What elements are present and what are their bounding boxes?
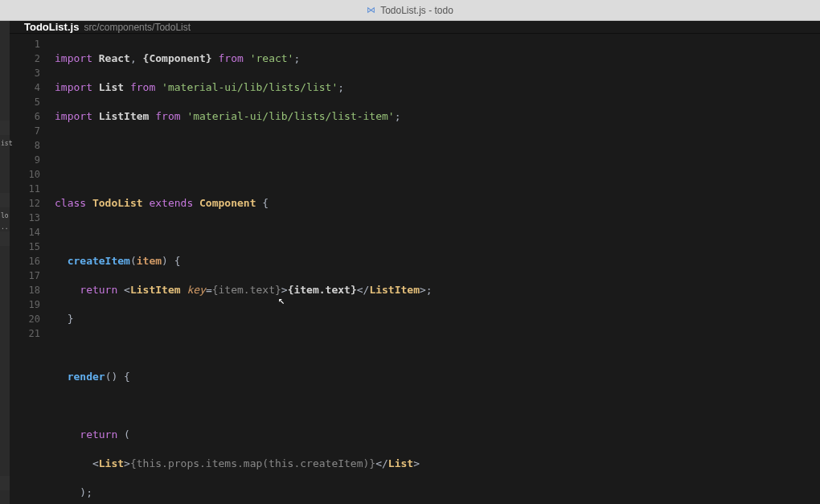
line-number: 8 <box>10 138 40 153</box>
line-number: 4 <box>10 80 40 95</box>
line-number: 16 <box>10 254 40 268</box>
punct: ( <box>130 255 137 267</box>
kw-return: return <box>80 428 117 440</box>
activity-stub[interactable] <box>0 193 10 207</box>
ident: {Component} <box>143 52 212 64</box>
ident: List <box>92 81 124 93</box>
string: 'react' <box>250 52 294 64</box>
punct: } <box>55 313 73 325</box>
line-number: 7 <box>10 124 40 138</box>
jsx-tag: ListItem <box>369 284 420 296</box>
editor-body: ist lo .. TodoList.js src/components/Tod… <box>0 21 820 504</box>
line-number: 10 <box>10 167 40 182</box>
line-number: 21 <box>10 326 40 341</box>
punct: > <box>281 284 288 296</box>
line-number-gutter: 123456789101112131415161718192021 <box>10 34 55 504</box>
editor-area: TodoList.js src/components/TodoList 1234… <box>10 21 820 504</box>
punct: ( <box>117 428 130 440</box>
jsx-attr: key <box>181 284 206 296</box>
punct: < <box>55 457 99 469</box>
punct: ); <box>55 486 92 498</box>
line-number: 3 <box>10 66 40 80</box>
classname: Component <box>193 197 256 209</box>
kw-from: from <box>149 110 187 122</box>
line-number: 17 <box>10 268 40 283</box>
kw-class: class <box>55 197 86 209</box>
activity-label: ist <box>0 140 12 147</box>
line-number: 9 <box>10 153 40 167</box>
punct: ; <box>338 81 344 93</box>
classname: TodoList <box>86 197 142 209</box>
indent <box>55 428 80 440</box>
kw-from: from <box>212 52 250 64</box>
param: item <box>137 255 162 267</box>
tab-bar[interactable]: TodoList.js src/components/TodoList <box>10 21 820 34</box>
string: 'material-ui/lib/lists/list-item' <box>187 110 394 122</box>
line-number: 15 <box>10 240 40 254</box>
activity-stub[interactable] <box>0 232 10 246</box>
punct: { <box>168 255 181 267</box>
punct: < <box>117 284 130 296</box>
punct: { <box>117 371 130 383</box>
punct: > <box>124 457 130 469</box>
kw-import: import <box>55 52 92 64</box>
ident: ListItem <box>92 110 149 122</box>
window-title: TodoList.js - todo <box>380 5 453 16</box>
line-number: 5 <box>10 95 40 109</box>
activity-label: .. <box>0 223 9 231</box>
punct: = <box>206 284 212 296</box>
line-number: 6 <box>10 109 40 124</box>
line-number: 11 <box>10 182 40 196</box>
punct: ; <box>293 52 300 64</box>
indent <box>55 255 68 267</box>
method: createItem <box>68 255 130 267</box>
jsx-expr: {this.props.items.map(this.createItem)} <box>130 457 375 469</box>
line-number: 19 <box>10 297 40 312</box>
activity-bar[interactable]: ist lo .. <box>0 21 10 504</box>
activity-stub[interactable] <box>0 121 10 135</box>
activity-stub[interactable] <box>0 476 10 490</box>
line-number: 13 <box>10 211 40 225</box>
line-number: 14 <box>10 225 40 240</box>
punct: </ <box>375 457 388 469</box>
jsx-expr: {item.text} <box>288 284 357 296</box>
jsx-tag: ListItem <box>130 284 181 296</box>
line-number: 18 <box>10 283 40 297</box>
punct: </ <box>357 284 370 296</box>
punct: () <box>105 371 118 383</box>
string: 'material-ui/lib/lists/list' <box>162 81 338 93</box>
code-area[interactable]: 123456789101112131415161718192021 import… <box>10 34 820 504</box>
kw-from: from <box>124 81 162 93</box>
ident: React <box>92 52 130 64</box>
punct: ; <box>395 110 401 122</box>
punct: ) <box>162 255 168 267</box>
line-number: 1 <box>10 37 40 51</box>
punct: ; <box>426 284 433 296</box>
activity-label: lo <box>0 212 9 219</box>
indent <box>55 284 80 296</box>
kw-import: import <box>55 110 92 122</box>
vscode-icon: ⋈ <box>367 5 375 15</box>
tab-path: src/components/TodoList <box>84 22 191 33</box>
punct: > <box>420 284 426 296</box>
jsx-tag: List <box>99 457 124 469</box>
punct: > <box>413 457 420 469</box>
indent <box>55 371 68 383</box>
punct: { <box>256 197 269 209</box>
method: render <box>68 371 105 383</box>
kw-import: import <box>55 81 92 93</box>
jsx-tag: List <box>388 457 413 469</box>
punct: , <box>130 52 143 64</box>
line-number: 20 <box>10 312 40 326</box>
jsx-expr: {item.text} <box>212 284 281 296</box>
line-number: 2 <box>10 51 40 66</box>
tab-filename[interactable]: TodoList.js <box>24 21 79 33</box>
line-number: 12 <box>10 196 40 211</box>
kw-return: return <box>80 284 117 296</box>
code-content[interactable]: import React, {Component} from 'react'; … <box>55 34 820 504</box>
titlebar: ⋈ TodoList.js - todo <box>0 0 820 21</box>
kw-extends: extends <box>143 197 194 209</box>
